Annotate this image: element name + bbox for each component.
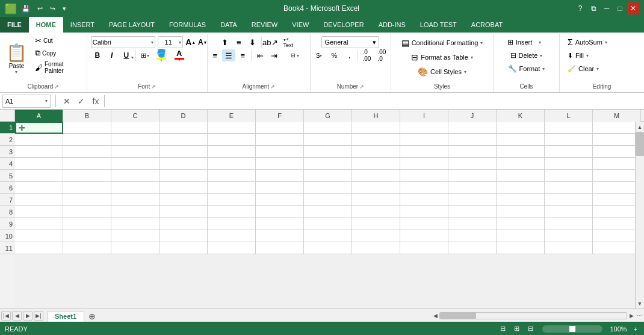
cell-M8[interactable] (593, 206, 635, 218)
cell-F1[interactable] (256, 122, 304, 134)
cell-I7[interactable] (400, 194, 448, 206)
cell-D4[interactable] (159, 158, 208, 170)
col-header-I[interactable]: I (400, 110, 448, 122)
cell-F11[interactable] (256, 242, 304, 254)
sheet-tab-sheet1[interactable]: Sheet1 (47, 311, 84, 322)
row-header-9[interactable]: 9 (0, 218, 15, 230)
zoom-slider[interactable] (542, 325, 602, 333)
cell-I8[interactable] (400, 206, 448, 218)
insert-cells-button[interactable]: ⊞ Insert ▾ (503, 36, 550, 48)
col-header-K[interactable]: K (497, 110, 545, 122)
cell-H1[interactable] (352, 122, 400, 134)
scroll-dots-btn[interactable]: ⋯ (636, 312, 644, 319)
cell-E3[interactable] (208, 146, 256, 158)
cell-J5[interactable] (448, 170, 497, 182)
cell-M6[interactable] (593, 182, 635, 194)
cell-D10[interactable] (159, 230, 208, 242)
cell-M3[interactable] (593, 146, 635, 158)
cell-C3[interactable] (111, 146, 159, 158)
cell-K11[interactable] (497, 242, 545, 254)
cell-M4[interactable] (593, 158, 635, 170)
left-align-btn[interactable]: ≡ (208, 49, 221, 61)
cell-D6[interactable] (159, 182, 208, 194)
add-sheet-btn[interactable]: ⊕ (85, 310, 99, 322)
cell-F8[interactable] (256, 206, 304, 218)
normal-view-btn[interactable]: ⊟ (498, 324, 507, 333)
cell-A8[interactable] (15, 206, 63, 218)
cell-E5[interactable] (208, 170, 256, 182)
col-header-G[interactable]: G (304, 110, 352, 122)
row-header-4[interactable]: 4 (0, 158, 15, 170)
cell-E9[interactable] (208, 218, 256, 230)
col-header-M[interactable]: M (593, 110, 641, 122)
font-color-button[interactable]: A ▾ (171, 49, 188, 61)
row-header-2[interactable]: 2 (0, 134, 15, 146)
cell-K6[interactable] (497, 182, 545, 194)
increase-font-btn[interactable]: A▲ (185, 37, 196, 48)
top-align-btn[interactable]: ⬆ (218, 36, 232, 48)
cell-H11[interactable] (352, 242, 400, 254)
middle-align-btn[interactable]: ≡ (232, 36, 246, 48)
cell-H6[interactable] (352, 182, 400, 194)
tab-load-test[interactable]: LOAD TEST (413, 17, 464, 33)
tab-data[interactable]: DATA (213, 17, 244, 33)
row-header-1[interactable]: 1 (0, 122, 15, 134)
cell-E1[interactable] (208, 122, 256, 134)
fill-color-button[interactable]: 🪣 ▾ (153, 49, 170, 61)
cell-K1[interactable] (497, 122, 545, 134)
help-btn[interactable]: ? (574, 2, 586, 14)
cell-A2[interactable] (15, 134, 63, 146)
cell-C6[interactable] (111, 182, 159, 194)
bold-button[interactable]: B (91, 49, 104, 61)
cell-L6[interactable] (545, 182, 593, 194)
cell-C1[interactable] (111, 122, 159, 134)
cell-A11[interactable] (15, 242, 63, 254)
row-header-8[interactable]: 8 (0, 206, 15, 218)
restore-btn[interactable]: ⧉ (587, 2, 599, 14)
cell-H4[interactable] (352, 158, 400, 170)
cell-G9[interactable] (304, 218, 352, 230)
cell-L10[interactable] (545, 230, 593, 242)
cell-E8[interactable] (208, 206, 256, 218)
cell-I6[interactable] (400, 182, 448, 194)
tab-home[interactable]: HOME (29, 17, 63, 33)
tab-add-ins[interactable]: ADD-INS (371, 17, 413, 33)
vertical-scrollbar[interactable]: ▲ ▼ (635, 122, 644, 308)
cell-J11[interactable] (448, 242, 497, 254)
underline-button[interactable]: U ▾ (120, 49, 133, 61)
cell-L5[interactable] (545, 170, 593, 182)
cell-A3[interactable] (15, 146, 63, 158)
conditional-formatting-button[interactable]: ▤ Conditional Formatting ▾ (397, 36, 488, 49)
increase-indent-btn[interactable]: ⇥ (267, 49, 280, 61)
fill-button[interactable]: ⬇ Fill ▾ (563, 49, 593, 61)
row-header-5[interactable]: 5 (0, 170, 15, 182)
cell-D9[interactable] (159, 218, 208, 230)
format-cells-button[interactable]: 🔧 Format ▾ (504, 63, 550, 75)
cell-G7[interactable] (304, 194, 352, 206)
redo-quick-btn[interactable]: ↪ (48, 4, 58, 14)
cell-C10[interactable] (111, 230, 159, 242)
tab-view[interactable]: VIEW (285, 17, 316, 33)
percent-style-btn[interactable]: % (327, 49, 341, 61)
cell-B6[interactable] (63, 182, 111, 194)
hscroll-track[interactable] (439, 312, 627, 319)
tab-file[interactable]: FILE (0, 17, 29, 33)
number-expand-icon[interactable]: ↗ (359, 84, 364, 90)
sheet-nav-prev-btn[interactable]: ◀ (12, 311, 22, 321)
row-header-10[interactable]: 10 (0, 230, 15, 242)
tab-developer[interactable]: DEVELOPER (316, 17, 371, 33)
cell-I11[interactable] (400, 242, 448, 254)
col-header-H[interactable]: H (352, 110, 400, 122)
cell-B3[interactable] (63, 146, 111, 158)
col-header-F[interactable]: F (256, 110, 304, 122)
cell-C4[interactable] (111, 158, 159, 170)
cell-M11[interactable] (593, 242, 635, 254)
cell-I4[interactable] (400, 158, 448, 170)
cell-A7[interactable] (15, 194, 63, 206)
cell-H3[interactable] (352, 146, 400, 158)
orientation-btn[interactable]: ab↗ (264, 36, 277, 48)
cell-H7[interactable] (352, 194, 400, 206)
save-quick-btn[interactable]: 💾 (19, 4, 33, 14)
cell-C7[interactable] (111, 194, 159, 206)
cell-C5[interactable] (111, 170, 159, 182)
